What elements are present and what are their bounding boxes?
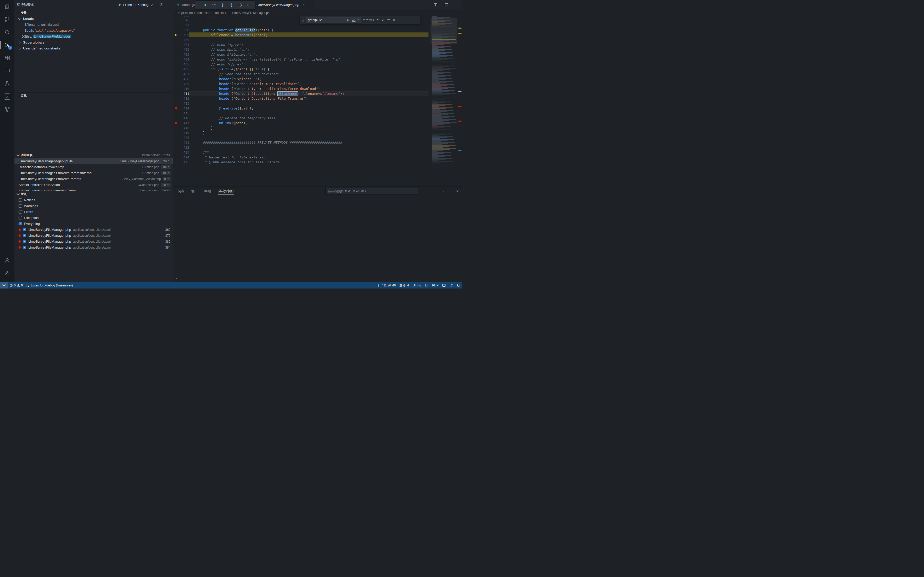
more-actions-icon[interactable]: ⋯: [455, 3, 459, 7]
variable-row[interactable]: $this: LimeSurveyFileManager: [15, 34, 173, 39]
match-case-icon[interactable]: Aa: [347, 19, 350, 22]
previous-match-icon[interactable]: [376, 19, 380, 22]
line-content[interactable]: @readfile($path);: [189, 106, 428, 111]
line-number[interactable]: 398: [179, 27, 189, 32]
gutter-margin[interactable]: [173, 101, 179, 106]
variable-row[interactable]: $path: "/../../../../../../../etc/passwd…: [15, 27, 173, 34]
overview-ruler[interactable]: [458, 16, 462, 186]
line-content[interactable]: [189, 111, 428, 116]
line-content[interactable]: // echo "</pre>";: [189, 62, 428, 67]
gutter-margin[interactable]: [173, 131, 179, 135]
debug-status[interactable]: Listen for Xdebug (limesurvey): [24, 282, 74, 288]
stop-button[interactable]: [245, 1, 253, 8]
line-number[interactable]: 417: [179, 121, 189, 126]
breakpoint-row[interactable]: LimeSurveyFileManager.phpapplication/con…: [15, 239, 173, 245]
line-content[interactable]: header("Content-Disposition: attachment;…: [189, 91, 428, 96]
call-stack-frame[interactable]: AdminController->runActionCController.ph…: [15, 182, 173, 188]
breakpoint-toggle-row[interactable]: Errors: [15, 209, 173, 215]
checkbox[interactable]: [19, 216, 22, 219]
breadcrumb-item[interactable]: controllers: [197, 11, 211, 15]
whole-word-icon[interactable]: ab: [352, 19, 355, 22]
line-content[interactable]: [189, 145, 428, 150]
line-content[interactable]: /**: [189, 150, 428, 155]
gutter-margin[interactable]: [173, 96, 179, 101]
line-content[interactable]: // echo $path."\n";: [189, 47, 428, 52]
maximize-panel-icon[interactable]: [443, 190, 446, 193]
gutter-margin[interactable]: [173, 121, 179, 126]
line-number[interactable]: 402: [179, 47, 189, 52]
line-content[interactable]: // echo "<pre>";: [189, 42, 428, 47]
close-icon[interactable]: ✕: [393, 18, 395, 22]
line-content[interactable]: header("Expires: 0");: [189, 76, 428, 81]
code-editor[interactable]: 395 );396 }397398 public function getZip…: [173, 16, 428, 186]
scope-row-superglobals[interactable]: Superglobals: [15, 39, 173, 45]
checkbox[interactable]: [19, 210, 22, 214]
chevron-down-icon[interactable]: [150, 3, 153, 6]
line-number[interactable]: 400: [179, 37, 189, 42]
files-icon[interactable]: [0, 0, 15, 13]
gutter-margin[interactable]: [173, 18, 179, 23]
next-match-icon[interactable]: [381, 19, 385, 22]
run-and-debug-icon[interactable]: 1: [0, 39, 15, 52]
gutter-margin[interactable]: [173, 62, 179, 67]
account-icon[interactable]: [0, 254, 15, 267]
breakpoint-dot-icon[interactable]: [175, 122, 178, 124]
watch-section-header[interactable]: 监视: [15, 92, 173, 99]
gear-icon[interactable]: [159, 3, 163, 7]
remote-indicator[interactable]: ><: [0, 282, 8, 288]
codeql-icon[interactable]: QL: [0, 90, 15, 103]
step-into-button[interactable]: [219, 1, 227, 8]
call-stack-frame[interactable]: LimeSurveyFileManager->getZipFileLimeSur…: [15, 158, 173, 164]
call-stack-frame[interactable]: AdminController->runActionWithFiltersCCo…: [15, 188, 173, 191]
gutter-margin[interactable]: [173, 42, 179, 47]
gutter-margin[interactable]: [173, 23, 179, 27]
breakpoint-row[interactable]: LimeSurveyFileManager.phpapplication/con…: [15, 227, 173, 233]
gutter-margin[interactable]: [173, 52, 179, 57]
checkbox[interactable]: [23, 234, 26, 237]
line-number[interactable]: 415: [179, 111, 189, 116]
line-content[interactable]: // Send the file for download!: [189, 72, 428, 76]
step-out-button[interactable]: [228, 1, 235, 8]
line-number[interactable]: 423: [179, 150, 189, 155]
line-content[interactable]: * Naive test for file extension: [189, 155, 428, 160]
line-content[interactable]: header("Content-Type: application/force-…: [189, 86, 428, 91]
eol-sequence[interactable]: LF: [423, 282, 430, 288]
line-number[interactable]: 397: [179, 23, 189, 27]
tab-problems[interactable]: 问题: [178, 187, 184, 196]
line-number[interactable]: 401: [179, 42, 189, 47]
line-content[interactable]: ########################## PRIVATE METHO…: [189, 140, 428, 145]
line-number[interactable]: 412: [179, 96, 189, 101]
gutter-margin[interactable]: [173, 126, 179, 131]
line-number[interactable]: 422: [179, 145, 189, 150]
line-content[interactable]: [189, 101, 428, 106]
line-number[interactable]: 418: [179, 126, 189, 131]
indentation[interactable]: 空格: 4: [397, 282, 411, 288]
line-content[interactable]: header("Cache-Control: must-revalidate")…: [189, 81, 428, 86]
gutter-margin[interactable]: [173, 67, 179, 72]
toggle-panel-layout-icon[interactable]: [444, 3, 448, 7]
breakpoint-toggle-row[interactable]: Warnings: [15, 203, 173, 209]
line-number[interactable]: 405: [179, 62, 189, 67]
variable-row[interactable]: $filename: uninitialized: [15, 22, 173, 27]
filter-icon[interactable]: [428, 189, 432, 193]
checkbox[interactable]: [23, 228, 26, 231]
call-stack-frame[interactable]: LimeSurveyFileManager->runWithParamsInte…: [15, 170, 173, 176]
tab-output[interactable]: 输出: [191, 187, 197, 196]
gutter-margin[interactable]: [173, 111, 179, 116]
gutter-margin[interactable]: [173, 37, 179, 42]
ports-icon[interactable]: [447, 282, 455, 288]
close-icon[interactable]: ✕: [303, 3, 305, 6]
line-content[interactable]: [189, 135, 428, 140]
browser-preview-icon[interactable]: [440, 282, 447, 288]
source-control-icon[interactable]: [0, 13, 15, 26]
step-over-button[interactable]: [210, 1, 218, 8]
call-stack-frame[interactable]: LimeSurveyFileManager->runWithParamsSurv…: [15, 176, 173, 182]
line-content[interactable]: // echo "isFile => ".is_file($path) ? 'i…: [189, 57, 428, 62]
line-number[interactable]: 421: [179, 140, 189, 145]
checkbox[interactable]: [19, 198, 22, 202]
checkbox[interactable]: [19, 204, 22, 208]
gutter-margin[interactable]: [173, 145, 179, 150]
breadcrumb-item[interactable]: admin: [215, 11, 224, 15]
cursor-position[interactable]: 行 411, 列 46: [376, 282, 397, 288]
start-debugging-icon[interactable]: [118, 3, 121, 6]
